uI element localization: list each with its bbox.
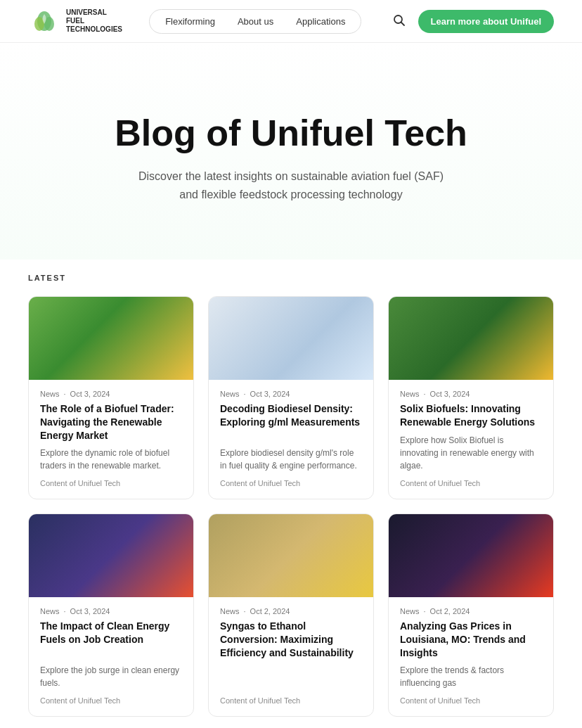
card-date: Oct 3, 2024 bbox=[70, 390, 110, 398]
card-description: Explore the trends & factors influencing… bbox=[400, 664, 542, 689]
card-source: Content of Unifuel Tech bbox=[220, 696, 362, 705]
card-meta: News · Oct 2, 2024 bbox=[220, 607, 362, 615]
svg-line-4 bbox=[401, 22, 404, 25]
card-image-placeholder bbox=[389, 514, 553, 597]
card-image-placeholder bbox=[209, 297, 373, 380]
blog-card[interactable]: News · Oct 3, 2024 Decoding Biodiesel De… bbox=[208, 296, 374, 499]
card-body: News · Oct 3, 2024 The Impact of Clean E… bbox=[29, 597, 193, 716]
card-body: News · Oct 3, 2024 Solix Biofuels: Innov… bbox=[389, 380, 553, 499]
card-category: News bbox=[40, 607, 60, 615]
card-meta-dot: · bbox=[424, 607, 426, 615]
card-date: Oct 3, 2024 bbox=[430, 390, 470, 398]
section-label: LATEST bbox=[28, 274, 554, 282]
card-date: Oct 2, 2024 bbox=[430, 607, 470, 615]
card-category: News bbox=[400, 607, 420, 615]
card-meta: News · Oct 3, 2024 bbox=[40, 607, 182, 615]
card-image bbox=[389, 297, 553, 380]
hero-section: Blog of Unifuel Tech Discover the latest… bbox=[0, 43, 582, 260]
card-meta-dot: · bbox=[64, 607, 66, 615]
card-date: Oct 3, 2024 bbox=[70, 607, 110, 615]
card-meta-dot: · bbox=[244, 607, 246, 615]
card-date: Oct 3, 2024 bbox=[250, 390, 290, 398]
card-meta-dot: · bbox=[64, 390, 66, 398]
cards-row-2: News · Oct 3, 2024 The Impact of Clean E… bbox=[28, 513, 554, 717]
card-description: Explore the dynamic role of biofuel trad… bbox=[40, 447, 182, 472]
search-icon bbox=[393, 14, 406, 27]
card-category: News bbox=[220, 607, 240, 615]
card-source: Content of Unifuel Tech bbox=[220, 479, 362, 487]
hero-subtitle: Discover the latest insights on sustaina… bbox=[136, 167, 446, 203]
card-body: News · Oct 2, 2024 Analyzing Gas Prices … bbox=[389, 597, 553, 716]
cta-button[interactable]: Learn more about Unifuel bbox=[418, 10, 554, 33]
card-source: Content of Unifuel Tech bbox=[400, 479, 542, 487]
nav-applications[interactable]: Applications bbox=[286, 13, 355, 30]
nav-right: Learn more about Unifuel bbox=[389, 10, 554, 33]
card-image bbox=[29, 514, 193, 597]
card-body: News · Oct 3, 2024 The Role of a Biofuel… bbox=[29, 380, 193, 499]
blog-card[interactable]: News · Oct 2, 2024 Syngas to Ethanol Con… bbox=[208, 513, 374, 717]
card-body: News · Oct 2, 2024 Syngas to Ethanol Con… bbox=[209, 597, 373, 716]
logo-text: UNIVERSAL FUEL TECHNOLOGIES bbox=[66, 8, 122, 34]
blog-card[interactable]: News · Oct 3, 2024 Solix Biofuels: Innov… bbox=[388, 296, 554, 499]
card-title: Decoding Biodiesel Density: Exploring g/… bbox=[220, 402, 362, 442]
hero-title: Blog of Unifuel Tech bbox=[28, 113, 554, 153]
card-meta-dot: · bbox=[244, 390, 246, 398]
card-meta: News · Oct 3, 2024 bbox=[40, 390, 182, 398]
nav-links: Flexiforming About us Applications bbox=[149, 9, 361, 34]
logo-icon bbox=[28, 8, 60, 34]
card-category: News bbox=[40, 390, 60, 398]
card-title: The Impact of Clean Energy Fuels on Job … bbox=[40, 620, 182, 660]
card-image-placeholder bbox=[29, 297, 193, 380]
card-image bbox=[209, 297, 373, 380]
card-image-placeholder bbox=[389, 297, 553, 380]
card-meta: News · Oct 3, 2024 bbox=[220, 390, 362, 398]
card-title: Syngas to Ethanol Conversion: Maximizing… bbox=[220, 620, 362, 689]
card-meta-dot: · bbox=[424, 390, 426, 398]
logo[interactable]: UNIVERSAL FUEL TECHNOLOGIES bbox=[28, 8, 122, 34]
card-body: News · Oct 3, 2024 Decoding Biodiesel De… bbox=[209, 380, 373, 499]
card-category: News bbox=[220, 390, 240, 398]
blog-card[interactable]: News · Oct 3, 2024 The Impact of Clean E… bbox=[28, 513, 194, 717]
search-button[interactable] bbox=[389, 10, 410, 33]
blog-card[interactable]: News · Oct 2, 2024 Analyzing Gas Prices … bbox=[388, 513, 554, 717]
card-image bbox=[209, 514, 373, 597]
nav-about[interactable]: About us bbox=[228, 13, 283, 30]
card-image bbox=[389, 514, 553, 597]
cards-row-1: News · Oct 3, 2024 The Role of a Biofuel… bbox=[28, 296, 554, 499]
card-source: Content of Unifuel Tech bbox=[40, 479, 182, 487]
card-description: Explore the job surge in clean energy fu… bbox=[40, 664, 182, 689]
card-title: Solix Biofuels: Innovating Renewable Ene… bbox=[400, 402, 542, 430]
card-description: Explore biodiesel density g/ml's role in… bbox=[220, 447, 362, 472]
card-title: Analyzing Gas Prices in Louisiana, MO: T… bbox=[400, 620, 542, 660]
card-meta: News · Oct 3, 2024 bbox=[400, 390, 542, 398]
blog-card[interactable]: News · Oct 3, 2024 The Role of a Biofuel… bbox=[28, 296, 194, 499]
card-image-placeholder bbox=[209, 514, 373, 597]
card-meta: News · Oct 2, 2024 bbox=[400, 607, 542, 615]
card-title: The Role of a Biofuel Trader: Navigating… bbox=[40, 402, 182, 442]
card-source: Content of Unifuel Tech bbox=[40, 696, 182, 705]
card-date: Oct 2, 2024 bbox=[250, 607, 290, 615]
card-source: Content of Unifuel Tech bbox=[400, 696, 542, 705]
card-image bbox=[29, 297, 193, 380]
card-category: News bbox=[400, 390, 420, 398]
card-image-placeholder bbox=[29, 514, 193, 597]
card-description: Explore how Solix Biofuel is innovating … bbox=[400, 434, 542, 472]
nav-flexiforming[interactable]: Flexiforming bbox=[155, 13, 225, 30]
main-nav: UNIVERSAL FUEL TECHNOLOGIES Flexiforming… bbox=[0, 0, 582, 43]
blog-section: LATEST News · Oct 3, 2024 The Role of a … bbox=[0, 260, 582, 728]
